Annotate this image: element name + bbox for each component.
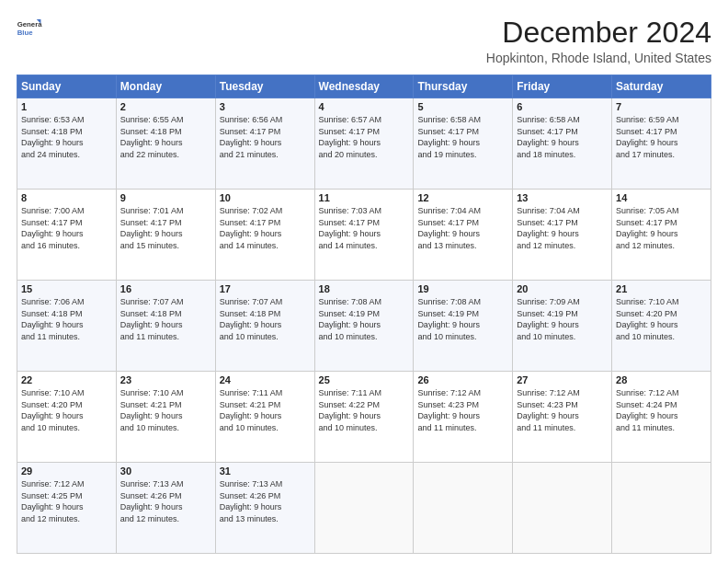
calendar-cell: 21Sunrise: 7:10 AM Sunset: 4:20 PM Dayli…	[612, 281, 711, 372]
day-info: Sunrise: 6:53 AM Sunset: 4:18 PM Dayligh…	[21, 114, 112, 160]
calendar-cell: 13Sunrise: 7:04 AM Sunset: 4:17 PM Dayli…	[513, 190, 612, 281]
day-info: Sunrise: 7:10 AM Sunset: 4:21 PM Dayligh…	[120, 387, 211, 433]
calendar-week-row: 22Sunrise: 7:10 AM Sunset: 4:20 PM Dayli…	[17, 372, 711, 463]
calendar-cell: 31Sunrise: 7:13 AM Sunset: 4:26 PM Dayli…	[215, 463, 314, 554]
calendar-cell: 25Sunrise: 7:11 AM Sunset: 4:22 PM Dayli…	[314, 372, 414, 463]
day-number: 21	[616, 283, 707, 294]
calendar-cell: 20Sunrise: 7:09 AM Sunset: 4:19 PM Dayli…	[513, 281, 612, 372]
page-title: December 2024	[486, 17, 711, 49]
day-info: Sunrise: 7:03 AM Sunset: 4:17 PM Dayligh…	[319, 205, 410, 251]
calendar-cell: 23Sunrise: 7:10 AM Sunset: 4:21 PM Dayli…	[116, 372, 215, 463]
day-number: 5	[417, 101, 508, 112]
day-info: Sunrise: 7:07 AM Sunset: 4:18 PM Dayligh…	[220, 296, 311, 342]
day-info: Sunrise: 7:09 AM Sunset: 4:19 PM Dayligh…	[517, 296, 608, 342]
day-info: Sunrise: 7:06 AM Sunset: 4:18 PM Dayligh…	[21, 296, 112, 342]
day-info: Sunrise: 6:59 AM Sunset: 4:17 PM Dayligh…	[616, 114, 707, 160]
day-info: Sunrise: 7:08 AM Sunset: 4:19 PM Dayligh…	[417, 296, 508, 342]
calendar-cell: 19Sunrise: 7:08 AM Sunset: 4:19 PM Dayli…	[414, 281, 513, 372]
day-info: Sunrise: 7:12 AM Sunset: 4:23 PM Dayligh…	[417, 387, 508, 433]
day-number: 13	[517, 192, 608, 203]
day-number: 14	[616, 192, 707, 203]
calendar-cell: 14Sunrise: 7:05 AM Sunset: 4:17 PM Dayli…	[612, 190, 711, 281]
calendar-cell: 12Sunrise: 7:04 AM Sunset: 4:17 PM Dayli…	[414, 190, 513, 281]
calendar-cell	[513, 463, 612, 554]
calendar-cell: 15Sunrise: 7:06 AM Sunset: 4:18 PM Dayli…	[17, 281, 117, 372]
day-number: 8	[21, 192, 112, 203]
day-number: 17	[220, 283, 311, 294]
day-info: Sunrise: 7:12 AM Sunset: 4:23 PM Dayligh…	[517, 387, 608, 433]
day-info: Sunrise: 7:12 AM Sunset: 4:24 PM Dayligh…	[616, 387, 707, 433]
calendar-day-header: Thursday	[414, 75, 513, 98]
day-number: 19	[417, 283, 508, 294]
day-info: Sunrise: 7:04 AM Sunset: 4:17 PM Dayligh…	[517, 205, 608, 251]
day-info: Sunrise: 6:56 AM Sunset: 4:17 PM Dayligh…	[220, 114, 311, 160]
calendar-cell: 8Sunrise: 7:00 AM Sunset: 4:17 PM Daylig…	[17, 190, 117, 281]
calendar-week-row: 8Sunrise: 7:00 AM Sunset: 4:17 PM Daylig…	[17, 190, 711, 281]
day-number: 26	[417, 374, 508, 385]
title-block: December 2024 Hopkinton, Rhode Island, U…	[486, 17, 711, 65]
page-subtitle: Hopkinton, Rhode Island, United States	[486, 51, 711, 65]
calendar-cell: 2Sunrise: 6:55 AM Sunset: 4:18 PM Daylig…	[116, 98, 215, 190]
day-info: Sunrise: 7:11 AM Sunset: 4:22 PM Dayligh…	[319, 387, 410, 433]
calendar-cell: 28Sunrise: 7:12 AM Sunset: 4:24 PM Dayli…	[612, 372, 711, 463]
calendar-cell: 22Sunrise: 7:10 AM Sunset: 4:20 PM Dayli…	[17, 372, 117, 463]
day-info: Sunrise: 7:10 AM Sunset: 4:20 PM Dayligh…	[21, 387, 112, 433]
day-number: 7	[616, 101, 707, 112]
day-info: Sunrise: 7:13 AM Sunset: 4:26 PM Dayligh…	[220, 478, 311, 524]
day-number: 29	[21, 465, 112, 477]
day-info: Sunrise: 6:55 AM Sunset: 4:18 PM Dayligh…	[120, 114, 211, 160]
day-number: 23	[120, 374, 211, 385]
calendar-cell: 27Sunrise: 7:12 AM Sunset: 4:23 PM Dayli…	[513, 372, 612, 463]
day-info: Sunrise: 6:57 AM Sunset: 4:17 PM Dayligh…	[319, 114, 410, 160]
calendar-day-header: Friday	[513, 75, 612, 98]
calendar-cell: 26Sunrise: 7:12 AM Sunset: 4:23 PM Dayli…	[414, 372, 513, 463]
day-info: Sunrise: 7:07 AM Sunset: 4:18 PM Dayligh…	[120, 296, 211, 342]
calendar-day-header: Wednesday	[314, 75, 414, 98]
day-number: 30	[120, 465, 211, 477]
logo-icon: General Blue	[17, 17, 42, 42]
calendar-cell: 17Sunrise: 7:07 AM Sunset: 4:18 PM Dayli…	[215, 281, 314, 372]
day-info: Sunrise: 7:05 AM Sunset: 4:17 PM Dayligh…	[616, 205, 707, 251]
calendar-day-header: Sunday	[17, 75, 117, 98]
svg-text:Blue: Blue	[17, 29, 34, 37]
calendar-table: SundayMondayTuesdayWednesdayThursdayFrid…	[17, 75, 711, 554]
day-info: Sunrise: 7:10 AM Sunset: 4:20 PM Dayligh…	[616, 296, 707, 342]
day-number: 2	[120, 101, 211, 112]
day-info: Sunrise: 7:12 AM Sunset: 4:25 PM Dayligh…	[21, 478, 112, 524]
day-info: Sunrise: 7:00 AM Sunset: 4:17 PM Dayligh…	[21, 205, 112, 251]
day-number: 20	[517, 283, 608, 294]
calendar-day-header: Saturday	[612, 75, 711, 98]
day-number: 10	[220, 192, 311, 203]
page-header: General Blue December 2024 Hopkinton, Rh…	[17, 17, 711, 65]
day-info: Sunrise: 7:02 AM Sunset: 4:17 PM Dayligh…	[220, 205, 311, 251]
day-number: 15	[21, 283, 112, 294]
calendar-cell: 11Sunrise: 7:03 AM Sunset: 4:17 PM Dayli…	[314, 190, 414, 281]
calendar-cell: 24Sunrise: 7:11 AM Sunset: 4:21 PM Dayli…	[215, 372, 314, 463]
day-info: Sunrise: 7:13 AM Sunset: 4:26 PM Dayligh…	[120, 478, 211, 524]
calendar-cell: 30Sunrise: 7:13 AM Sunset: 4:26 PM Dayli…	[116, 463, 215, 554]
calendar-day-header: Tuesday	[215, 75, 314, 98]
day-number: 27	[517, 374, 608, 385]
day-number: 18	[319, 283, 410, 294]
calendar-cell: 4Sunrise: 6:57 AM Sunset: 4:17 PM Daylig…	[314, 98, 414, 190]
calendar-cell	[612, 463, 711, 554]
day-info: Sunrise: 7:11 AM Sunset: 4:21 PM Dayligh…	[220, 387, 311, 433]
day-number: 16	[120, 283, 211, 294]
calendar-cell	[314, 463, 414, 554]
day-number: 6	[517, 101, 608, 112]
day-number: 4	[319, 101, 410, 112]
calendar-week-row: 15Sunrise: 7:06 AM Sunset: 4:18 PM Dayli…	[17, 281, 711, 372]
calendar-cell: 29Sunrise: 7:12 AM Sunset: 4:25 PM Dayli…	[17, 463, 117, 554]
calendar-week-row: 29Sunrise: 7:12 AM Sunset: 4:25 PM Dayli…	[17, 463, 711, 554]
day-info: Sunrise: 7:04 AM Sunset: 4:17 PM Dayligh…	[417, 205, 508, 251]
calendar-cell: 16Sunrise: 7:07 AM Sunset: 4:18 PM Dayli…	[116, 281, 215, 372]
calendar-cell	[414, 463, 513, 554]
calendar-cell: 1Sunrise: 6:53 AM Sunset: 4:18 PM Daylig…	[17, 98, 117, 190]
calendar-cell: 5Sunrise: 6:58 AM Sunset: 4:17 PM Daylig…	[414, 98, 513, 190]
calendar-cell: 6Sunrise: 6:58 AM Sunset: 4:17 PM Daylig…	[513, 98, 612, 190]
day-info: Sunrise: 6:58 AM Sunset: 4:17 PM Dayligh…	[517, 114, 608, 160]
calendar-header-row: SundayMondayTuesdayWednesdayThursdayFrid…	[17, 75, 711, 98]
day-info: Sunrise: 7:01 AM Sunset: 4:17 PM Dayligh…	[120, 205, 211, 251]
calendar-cell: 10Sunrise: 7:02 AM Sunset: 4:17 PM Dayli…	[215, 190, 314, 281]
day-info: Sunrise: 6:58 AM Sunset: 4:17 PM Dayligh…	[417, 114, 508, 160]
